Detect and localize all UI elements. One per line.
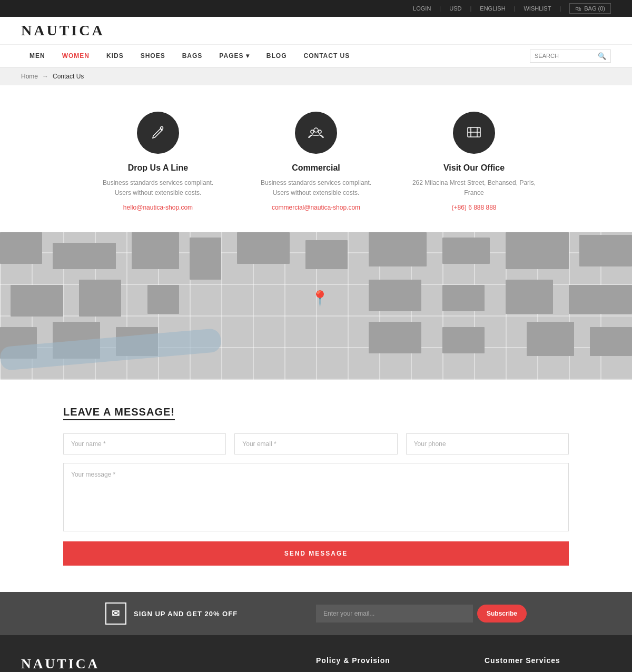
breadcrumb: Home → Contact Us	[0, 67, 632, 85]
map-section: 📍	[0, 232, 632, 380]
contact-card-0: Drop Us A Line Business standards servic…	[95, 112, 221, 211]
footer-logo: NAUTICA	[21, 656, 274, 672]
header: NAUTICA	[0, 17, 632, 45]
map-block	[569, 285, 632, 314]
svg-point-3	[318, 130, 321, 133]
svg-point-2	[311, 130, 314, 133]
map-block	[442, 285, 485, 311]
card-icon-0	[137, 112, 179, 154]
language-selector[interactable]: ENGLISH	[480, 5, 505, 12]
map-block	[132, 232, 179, 269]
footer: NAUTICA — FASHION SHOP — [ Address ] : 1…	[0, 635, 632, 672]
map-block	[442, 238, 490, 264]
contact-cards-section: Drop Us A Line Business standards servic…	[0, 85, 632, 232]
nav-kids[interactable]: KIDS	[98, 45, 132, 67]
nav-contact[interactable]: CONTACT US	[295, 45, 359, 67]
contact-form: SEND MESSAGE	[63, 433, 569, 566]
phone-input[interactable]	[406, 433, 569, 454]
map-block	[527, 322, 574, 356]
nav-blog[interactable]: BLOG	[258, 45, 295, 67]
svg-point-0	[161, 127, 163, 130]
subscribe-button[interactable]: Subscribe	[477, 605, 527, 622]
email-icon: ✉	[105, 602, 126, 625]
main-nav: MEN WOMEN KIDS SHOES BAGS PAGES ▾ BLOG C…	[0, 45, 632, 67]
map-block	[506, 232, 569, 269]
wishlist-link[interactable]: WISHLIST	[524, 5, 551, 12]
map-block	[53, 243, 116, 269]
nav-shoes[interactable]: SHOES	[132, 45, 174, 67]
form-title: LEAVE A MESSAGE!	[63, 406, 175, 420]
nav-pages[interactable]: PAGES ▾	[211, 45, 258, 67]
map-block	[0, 232, 42, 264]
card-title-0: Drop Us A Line	[95, 163, 221, 173]
map-block	[11, 285, 63, 317]
login-link[interactable]: LOGIN	[413, 5, 431, 12]
map-block	[579, 235, 632, 266]
footer-top: NAUTICA — FASHION SHOP — [ Address ] : 1…	[21, 656, 611, 672]
card-icon-1	[295, 112, 337, 154]
card-link-0[interactable]: hello@nautica-shop.com	[123, 204, 193, 211]
map-block	[369, 232, 427, 266]
card-desc-0: Business standards services compliant. U…	[95, 178, 221, 198]
subscribe-label: SIGN UP AND GET 20% OFF	[134, 610, 238, 618]
card-link-1[interactable]: commercial@nautica-shop.com	[272, 204, 360, 211]
breadcrumb-separator: →	[42, 73, 48, 80]
map-block	[506, 280, 553, 314]
map-block	[369, 280, 421, 311]
footer-services-title: Customer Services	[485, 656, 611, 665]
send-button[interactable]: SEND MESSAGE	[63, 541, 569, 566]
subscribe-left: ✉ SIGN UP AND GET 20% OFF	[105, 602, 238, 625]
map-block	[237, 232, 290, 264]
card-icon-2	[453, 112, 495, 154]
map-block	[79, 280, 121, 317]
search-input[interactable]	[535, 53, 598, 59]
svg-point-1	[314, 128, 318, 132]
top-bar: LOGIN | USD | ENGLISH | WISHLIST | 🛍 BAG…	[0, 0, 632, 17]
footer-policy-col: Policy & Provision Payment Method Delive…	[316, 656, 442, 672]
bag-label: BAG (0)	[584, 5, 605, 12]
map-block	[369, 322, 421, 353]
map-block	[190, 238, 221, 280]
map-background: 📍	[0, 232, 632, 380]
footer-brand: NAUTICA — FASHION SHOP — [ Address ] : 1…	[21, 656, 274, 672]
bag-button[interactable]: 🛍 BAG (0)	[569, 3, 611, 14]
nav-women[interactable]: WOMEN	[54, 45, 98, 67]
subscribe-right: Subscribe	[316, 605, 527, 622]
logo[interactable]: NAUTICA	[21, 22, 105, 39]
message-textarea[interactable]	[63, 463, 569, 531]
email-input[interactable]	[234, 433, 397, 454]
contact-card-2: Visit Our Office 262 Milacina Mrest Stre…	[411, 112, 537, 211]
name-input[interactable]	[63, 433, 226, 454]
card-desc-2: 262 Milacina Mrest Street, Behansed, Par…	[411, 178, 537, 198]
form-row-top	[63, 433, 569, 454]
footer-services-col: Customer Services My Account FAQ Store S…	[485, 656, 611, 672]
breadcrumb-current: Contact Us	[53, 73, 84, 80]
search-button[interactable]: 🔍	[598, 52, 606, 60]
card-title-1: Commercial	[253, 163, 379, 173]
subscribe-bar: ✉ SIGN UP AND GET 20% OFF Subscribe	[0, 592, 632, 635]
card-desc-1: Business standards services compliant. U…	[253, 178, 379, 198]
map-block	[305, 240, 348, 269]
contact-card-1: Commercial Business standards services c…	[253, 112, 379, 211]
footer-policy-title: Policy & Provision	[316, 656, 442, 665]
nav-men[interactable]: MEN	[21, 45, 54, 67]
map-block	[147, 285, 179, 314]
nav-links: MEN WOMEN KIDS SHOES BAGS PAGES ▾ BLOG C…	[21, 45, 530, 67]
nav-bags[interactable]: BAGS	[174, 45, 211, 67]
card-title-2: Visit Our Office	[411, 163, 537, 173]
map-pin: 📍	[311, 291, 321, 306]
map-block	[442, 327, 485, 353]
breadcrumb-home[interactable]: Home	[21, 73, 38, 80]
subscribe-input[interactable]	[316, 605, 473, 622]
map-block	[590, 327, 632, 356]
search-area: 🔍	[530, 50, 611, 63]
bag-icon: 🛍	[575, 5, 581, 12]
card-link-2[interactable]: (+86) 6 888 888	[451, 204, 496, 211]
currency-selector[interactable]: USD	[449, 5, 461, 12]
message-section: LEAVE A MESSAGE! SEND MESSAGE	[0, 380, 632, 592]
